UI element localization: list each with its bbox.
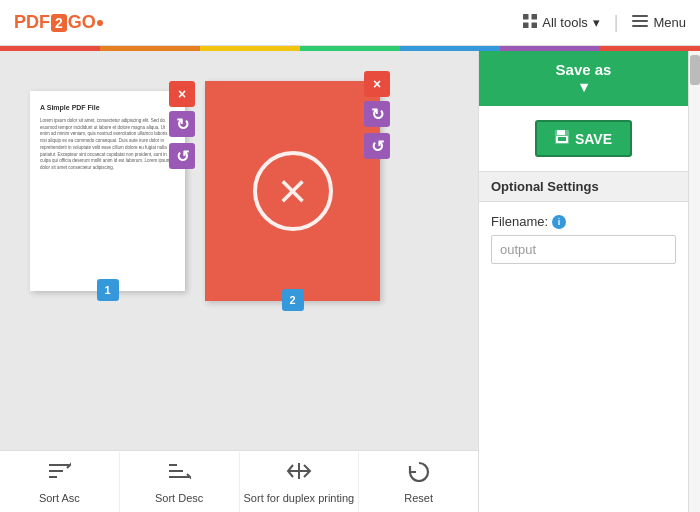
logo: PDF 2 GO bbox=[14, 12, 103, 33]
save-as-chevron-icon: ▾ bbox=[580, 78, 588, 96]
sort-duplex-icon bbox=[286, 460, 312, 488]
chevron-down-icon: ▾ bbox=[593, 15, 600, 30]
canvas-area: A Simple PDF File Lorem ipsum dolor sit … bbox=[0, 51, 478, 450]
svg-rect-1 bbox=[532, 14, 538, 20]
logo-pdf-text: PDF bbox=[14, 12, 50, 33]
floppy-icon bbox=[555, 130, 569, 147]
page2-rotate-right-button[interactable]: ↻ bbox=[364, 101, 390, 127]
logo-dot bbox=[97, 20, 103, 26]
svg-rect-6 bbox=[632, 25, 648, 27]
page1-content: A Simple PDF File Lorem ipsum dolor sit … bbox=[30, 91, 185, 184]
page2-close-button[interactable]: × bbox=[364, 71, 390, 97]
filename-label-text: Filename: bbox=[491, 214, 548, 229]
logo-2-text: 2 bbox=[51, 14, 67, 32]
settings-body: Filename: i bbox=[479, 202, 688, 276]
header: PDF 2 GO All tools ▾ | bbox=[0, 0, 700, 46]
sort-duplex-label: Sort for duplex printing bbox=[244, 492, 355, 504]
svg-rect-16 bbox=[557, 130, 565, 135]
page1-close-button[interactable]: × bbox=[169, 81, 195, 107]
sort-asc-icon bbox=[47, 460, 71, 488]
menu-label: Menu bbox=[653, 15, 686, 30]
page-card-1: A Simple PDF File Lorem ipsum dolor sit … bbox=[30, 91, 185, 291]
svg-rect-18 bbox=[558, 137, 566, 141]
svg-rect-4 bbox=[632, 15, 648, 17]
bottom-toolbar: Sort Asc Sort Desc bbox=[0, 450, 478, 512]
error-x-icon: × bbox=[253, 151, 333, 231]
filename-label: Filename: i bbox=[491, 214, 676, 229]
optional-settings-label: Optional Settings bbox=[491, 179, 599, 194]
sort-desc-label: Sort Desc bbox=[155, 492, 203, 504]
page1-rotate-right-button[interactable]: ↻ bbox=[169, 111, 195, 137]
main-area: A Simple PDF File Lorem ipsum dolor sit … bbox=[0, 51, 700, 512]
logo-go-text: GO bbox=[68, 12, 96, 33]
all-tools-button[interactable]: All tools ▾ bbox=[523, 14, 600, 31]
save-label: SAVE bbox=[575, 131, 612, 147]
save-button[interactable]: SAVE bbox=[535, 120, 632, 157]
svg-rect-3 bbox=[532, 23, 538, 29]
save-as-label: Save as bbox=[556, 61, 612, 78]
save-as-button[interactable]: Save as ▾ bbox=[479, 51, 688, 106]
header-right: All tools ▾ | Menu bbox=[523, 12, 686, 33]
svg-rect-0 bbox=[523, 14, 529, 20]
sort-desc-icon bbox=[167, 460, 191, 488]
sort-desc-button[interactable]: Sort Desc bbox=[120, 452, 240, 512]
page1-rotate-left-button[interactable]: ↺ bbox=[169, 143, 195, 169]
page1-text: Lorem ipsum dolor sit amet, consectetur … bbox=[40, 118, 175, 172]
info-icon: i bbox=[552, 215, 566, 229]
page1-title: A Simple PDF File bbox=[40, 103, 175, 113]
scrollbar[interactable] bbox=[688, 51, 700, 512]
sort-duplex-button[interactable]: Sort for duplex printing bbox=[240, 452, 360, 512]
page2-rotate-left-button[interactable]: ↺ bbox=[364, 133, 390, 159]
scrollbar-thumb bbox=[690, 55, 700, 85]
svg-rect-5 bbox=[632, 20, 648, 22]
grid-icon bbox=[523, 14, 537, 31]
hamburger-icon bbox=[632, 15, 648, 30]
reset-label: Reset bbox=[404, 492, 433, 504]
right-panel: Save as ▾ SAVE Optional Settings bbox=[478, 51, 688, 512]
menu-button[interactable]: Menu bbox=[632, 15, 686, 30]
sort-asc-label: Sort Asc bbox=[39, 492, 80, 504]
filename-input[interactable] bbox=[491, 235, 676, 264]
svg-rect-2 bbox=[523, 23, 529, 29]
reset-button[interactable]: Reset bbox=[359, 452, 478, 512]
sort-asc-button[interactable]: Sort Asc bbox=[0, 452, 120, 512]
page1-number-badge: 1 bbox=[97, 279, 119, 301]
all-tools-label: All tools bbox=[542, 15, 588, 30]
header-separator: | bbox=[614, 12, 619, 33]
page2-number-badge: 2 bbox=[282, 289, 304, 311]
optional-settings-header: Optional Settings bbox=[479, 171, 688, 202]
pages-container: A Simple PDF File Lorem ipsum dolor sit … bbox=[0, 51, 478, 450]
reset-icon bbox=[407, 460, 431, 488]
page-card-2: × bbox=[205, 81, 380, 301]
